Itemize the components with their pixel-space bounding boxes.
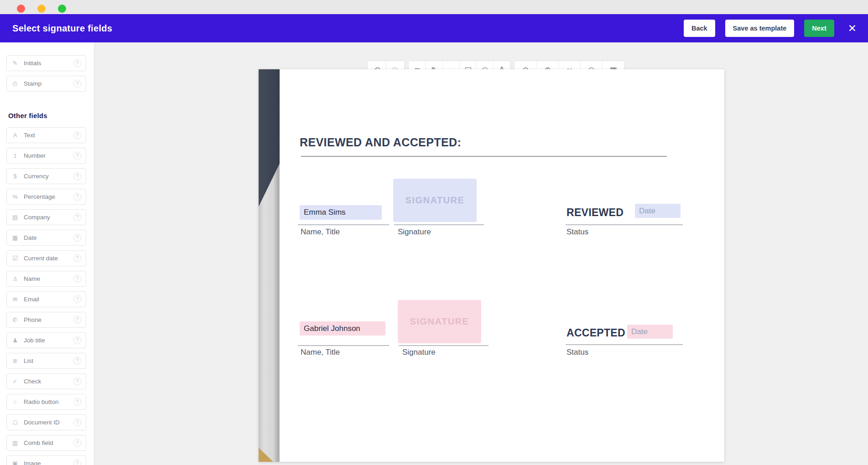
help-icon[interactable]: ? <box>73 234 81 242</box>
sidebar-item-percentage[interactable]: %Percentage? <box>6 189 86 205</box>
header-actions: Back Save as template Next ✕ <box>684 20 857 37</box>
help-icon[interactable]: ? <box>73 131 81 139</box>
status-underline-signer2 <box>566 344 683 345</box>
status-value-signer2: ACCEPTED <box>567 327 625 339</box>
fields-sidebar: ✎Initials?⎙Stamp? Other fields AText?1Nu… <box>0 42 94 465</box>
document-id-icon: ☖ <box>11 419 19 426</box>
help-icon[interactable]: ? <box>73 439 81 447</box>
currency-icon: $ <box>11 173 19 180</box>
traffic-light-close-icon[interactable] <box>17 5 25 13</box>
close-icon[interactable]: ✕ <box>848 23 857 34</box>
sidebar-item-number[interactable]: 1Number? <box>6 148 86 164</box>
sidebar-item-text[interactable]: AText? <box>6 127 86 143</box>
sidebar-item-check[interactable]: ✓Check? <box>6 373 86 389</box>
sidebar-item-company[interactable]: ▤Company? <box>6 209 86 225</box>
sidebar-item-current-date[interactable]: ☑Current date? <box>6 250 86 266</box>
traffic-light-zoom-icon[interactable] <box>58 5 66 13</box>
help-icon[interactable]: ? <box>73 172 81 180</box>
name-label-signer2: Name, Title <box>301 348 340 357</box>
help-icon[interactable]: ? <box>73 460 81 465</box>
app-header: Select signature fields Back Save as tem… <box>0 14 868 42</box>
percentage-icon: % <box>11 193 19 200</box>
sidebar-item-label: Company <box>24 214 50 221</box>
sidebar-item-label: Percentage <box>24 193 55 200</box>
help-icon[interactable]: ? <box>73 316 81 324</box>
page-accent-band <box>259 69 280 462</box>
help-icon[interactable]: ? <box>73 59 81 67</box>
status-underline-signer1 <box>566 224 683 225</box>
help-icon[interactable]: ? <box>73 213 81 221</box>
help-icon[interactable]: ? <box>73 295 81 303</box>
sidebar-item-phone[interactable]: ✆Phone? <box>6 312 86 328</box>
signature-field-signer1[interactable]: SIGNATURE <box>393 179 477 222</box>
date-field-signer1[interactable]: Date <box>635 204 681 218</box>
status-label-signer2: Status <box>567 348 588 357</box>
band-gold-shape <box>259 448 273 462</box>
sidebar-item-label: Currency <box>24 173 49 180</box>
sidebar-item-date[interactable]: ▦Date? <box>6 230 86 246</box>
sidebar-item-image[interactable]: ▣Image? <box>6 455 86 465</box>
sidebar-item-name[interactable]: ♙Name? <box>6 271 86 287</box>
text-icon: A <box>11 132 19 139</box>
image-icon: ▣ <box>11 460 19 465</box>
save-as-template-button[interactable]: Save as template <box>725 20 795 37</box>
help-icon[interactable]: ? <box>73 275 81 283</box>
name-field-signer1[interactable]: Emma Sims <box>300 205 382 220</box>
signature-field-signer2[interactable]: SIGNATURE <box>398 300 481 343</box>
date-icon: ▦ <box>11 234 19 241</box>
sidebar-item-label: Email <box>24 296 39 303</box>
sidebar-item-currency[interactable]: $Currency? <box>6 168 86 184</box>
sidebar-item-stamp[interactable]: ⎙Stamp? <box>6 76 86 92</box>
current-date-icon: ☑ <box>11 255 19 262</box>
sidebar-other-fields: AText?1Number?$Currency?%Percentage?▤Com… <box>6 127 86 465</box>
status-label-signer1: Status <box>567 227 588 237</box>
traffic-light-minimize-icon[interactable] <box>37 5 46 13</box>
help-icon[interactable]: ? <box>73 418 81 426</box>
name-field-signer2[interactable]: Gabriel Johnson <box>300 321 385 336</box>
check-icon: ✓ <box>11 378 19 385</box>
sidebar-section-title: Other fields <box>8 112 86 119</box>
name-underline-signer2 <box>298 345 389 346</box>
sidebar-item-list[interactable]: ≣List? <box>6 353 86 369</box>
name-icon: ♙ <box>11 275 19 282</box>
sidebar-item-label: Image <box>24 460 41 465</box>
help-icon[interactable]: ? <box>73 193 81 201</box>
stamp-icon: ⎙ <box>11 80 19 88</box>
document-heading: REVIEWED AND ACCEPTED: <box>300 136 461 149</box>
document-page: REVIEWED AND ACCEPTED: Emma Sims SIGNATU… <box>259 69 724 462</box>
sidebar-item-initials[interactable]: ✎Initials? <box>6 55 86 71</box>
band-dark-shape <box>259 69 280 462</box>
signature-underline-signer2 <box>399 345 489 346</box>
sidebar-item-radio-button[interactable]: ○Radio button? <box>6 394 86 410</box>
next-button[interactable]: Next <box>804 20 834 37</box>
help-icon[interactable]: ? <box>73 377 81 385</box>
radio-button-icon: ○ <box>11 398 19 405</box>
help-icon[interactable]: ? <box>73 80 81 88</box>
sidebar-item-label: Radio button <box>24 398 59 405</box>
sidebar-item-comb-field[interactable]: ▥Comb field? <box>6 435 86 451</box>
help-icon[interactable]: ? <box>73 357 81 365</box>
help-icon[interactable]: ? <box>73 152 81 160</box>
help-icon[interactable]: ? <box>73 254 81 262</box>
number-icon: 1 <box>11 152 19 159</box>
sidebar-top-items: ✎Initials?⎙Stamp? <box>6 55 86 92</box>
sidebar-item-label: Date <box>24 234 37 241</box>
sidebar-item-label: Current date <box>24 255 58 262</box>
sidebar-item-email[interactable]: ✉Email? <box>6 291 86 307</box>
sidebar-item-job-title[interactable]: ♟Job title? <box>6 332 86 348</box>
sidebar-item-label: Name <box>24 275 40 282</box>
sidebar-item-label: Text <box>24 132 35 139</box>
initials-icon: ✎ <box>11 60 19 67</box>
help-icon[interactable]: ? <box>73 398 81 406</box>
back-button[interactable]: Back <box>684 20 715 37</box>
email-icon: ✉ <box>11 296 19 303</box>
sidebar-item-label: Check <box>24 378 41 385</box>
window-titlebar <box>0 0 868 14</box>
date-field-signer2[interactable]: Date <box>627 325 673 339</box>
sidebar-item-label: Initials <box>24 60 41 67</box>
sidebar-item-document-id[interactable]: ☖Document ID? <box>6 414 86 430</box>
list-icon: ≣ <box>11 357 19 364</box>
help-icon[interactable]: ? <box>73 336 81 344</box>
sidebar-item-label: Number <box>24 152 46 159</box>
sidebar-item-label: Phone <box>24 316 42 323</box>
